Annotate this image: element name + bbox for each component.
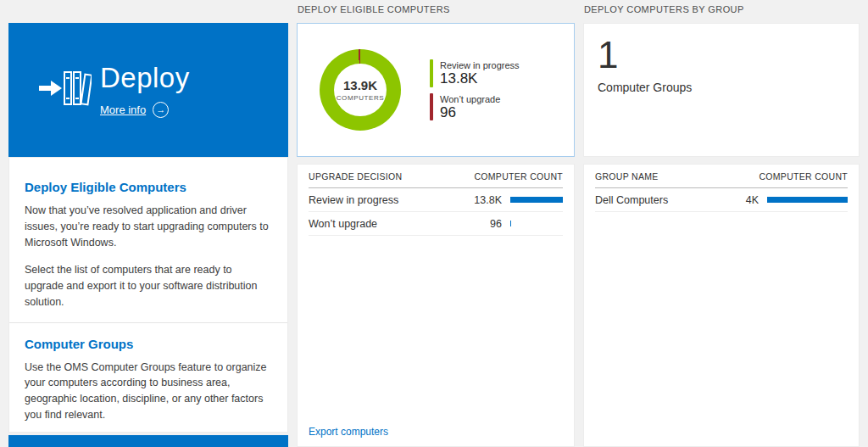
export-computers-link[interactable]: Export computers [309,426,388,438]
overview-column: Deploy More info → Deploy Eligible Compu… [8,23,288,447]
deploy-tile[interactable]: Deploy More info → [8,23,288,157]
page-title: Deploy [100,62,190,94]
legend-item-wont-upgrade: Won’t upgrade 96 [430,93,520,121]
deploy-dashboard: Deploy More info → Deploy Eligible Compu… [0,0,868,447]
donut-center: 13.9K COMPUTERS [320,49,401,131]
table-row[interactable]: Won’t upgrade 96 [309,212,563,236]
section-paragraph: Select the list of computers that are re… [25,262,272,310]
row-bar-track [510,221,563,226]
deploy-icon [39,68,100,112]
chart-legend: Review in progress 13.8K Won’t upgrade 9… [430,59,520,120]
group-table-card: GROUP NAME COMPUTER COUNT Dell Computers… [583,164,860,447]
row-label: Review in progress [309,194,474,206]
donut-chart: 13.9K COMPUTERS [320,49,401,131]
column-header-group-name: GROUP NAME [595,171,659,182]
legend-swatch-green [430,59,433,87]
section-paragraph: Now that you’ve resolved application and… [25,203,272,250]
section-divider [9,322,287,323]
more-info-link[interactable]: More info → [100,102,190,118]
table-row[interactable]: Dell Computers 4K [595,188,848,212]
legend-item-review: Review in progress 13.8K [430,59,520,87]
row-value: 4K [746,194,759,206]
deploy-eligible-section: Deploy Eligible Computers Now that you’v… [25,180,272,310]
row-label: Won’t upgrade [309,218,490,230]
row-value: 96 [490,218,502,230]
row-label: Dell Computers [595,194,746,206]
section-paragraph: Use the OMS Computer Groups feature to o… [25,360,272,423]
column-title-by-group: DEPLOY COMPUTERS BY GROUP [583,0,860,14]
column-title-eligible: DEPLOY ELIGIBLE COMPUTERS [297,0,575,14]
legend-value: 13.8K [440,70,520,87]
table-row[interactable]: Review in progress 13.8K [309,188,563,212]
table-header: UPGRADE DECISION COMPUTER COUNT [309,165,563,188]
row-bar [510,221,511,226]
computer-groups-count-card[interactable]: 1 Computer Groups [583,23,860,157]
donut-total-label: COMPUTERS [337,94,385,102]
computer-groups-section: Computer Groups Use the OMS Computer Gro… [25,337,272,423]
legend-value: 96 [440,104,500,121]
group-count-label: Computer Groups [598,81,845,94]
row-bar [510,197,563,203]
section-heading-deploy-eligible: Deploy Eligible Computers [25,180,272,194]
column-header-computer-count: COMPUTER COUNT [759,171,848,182]
more-info-label: More info [100,103,146,116]
row-value: 13.8K [474,194,502,206]
column-header-upgrade-decision: UPGRADE DECISION [309,171,402,182]
tile-footer-bar [8,435,288,447]
row-bar-track [767,197,848,203]
tile-text: Deploy More info → [100,62,190,118]
column-header-computer-count: COMPUTER COUNT [474,171,563,182]
arrow-right-icon: → [153,102,169,118]
table-header: GROUP NAME COMPUTER COUNT [595,165,848,188]
group-count: 1 [598,34,845,77]
upgrade-decision-table-card: UPGRADE DECISION COMPUTER COUNT Review i… [297,164,575,447]
deploy-eligible-column: DEPLOY ELIGIBLE COMPUTERS 13.9K COMPUTER… [297,0,575,447]
legend-swatch-red [430,93,433,121]
row-bar-track [510,197,563,203]
section-heading-computer-groups: Computer Groups [25,337,272,351]
description-card: Deploy Eligible Computers Now that you’v… [8,157,288,433]
eligible-computers-chart-card[interactable]: 13.9K COMPUTERS Review in progress 13.8K… [297,23,575,157]
legend-label: Won’t upgrade [440,94,500,104]
donut-total-value: 13.9K [343,78,377,92]
row-bar [767,197,848,203]
computers-by-group-column: DEPLOY COMPUTERS BY GROUP 1 Computer Gro… [583,0,860,447]
legend-label: Review in progress [440,60,520,70]
